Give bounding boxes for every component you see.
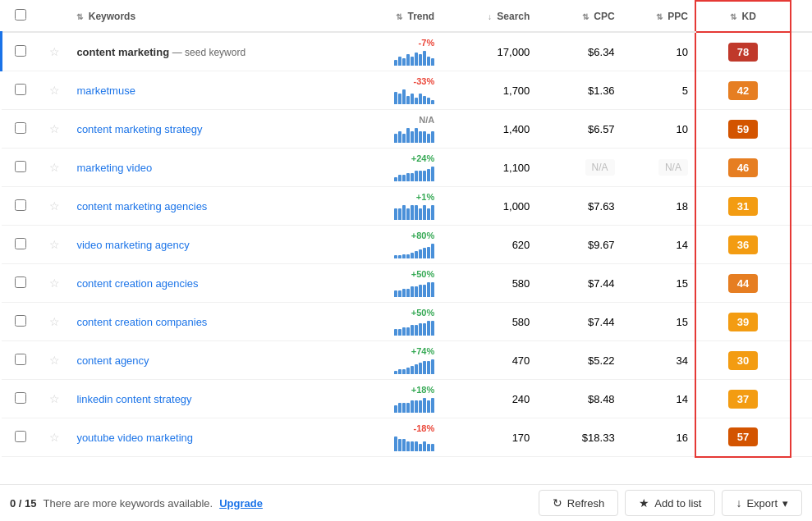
keywords-column-header[interactable]: ⇅ Keywords bbox=[70, 1, 303, 32]
keyword-name[interactable]: content marketing strategy bbox=[76, 123, 202, 135]
ppc-value: 16 bbox=[622, 418, 695, 457]
cpc-label: CPC bbox=[594, 11, 614, 22]
kd-cell: 78 bbox=[695, 32, 791, 71]
kd-badge: 78 bbox=[728, 43, 758, 62]
trend-column-header[interactable]: ⇅ Trend bbox=[303, 1, 441, 32]
upgrade-link[interactable]: Upgrade bbox=[219, 497, 263, 510]
add-to-list-label: Add to list bbox=[654, 497, 701, 510]
row-checkbox[interactable] bbox=[15, 122, 26, 134]
kd-badge: 30 bbox=[728, 351, 758, 370]
kd-badge: 59 bbox=[728, 120, 758, 139]
ppc-value: 34 bbox=[622, 341, 695, 380]
star-icon[interactable]: ☆ bbox=[49, 238, 60, 251]
kd-badge: 42 bbox=[728, 81, 758, 100]
keyword-name[interactable]: youtube video marketing bbox=[76, 432, 193, 444]
row-checkbox[interactable] bbox=[15, 431, 26, 442]
kd-cell: 44 bbox=[695, 264, 791, 303]
kd-cell: 31 bbox=[695, 187, 791, 226]
trend-pct: +24% bbox=[411, 153, 434, 163]
trend-pct: -33% bbox=[413, 76, 434, 86]
kd-badge: 44 bbox=[728, 274, 758, 293]
keyword-name[interactable]: marketing video bbox=[76, 162, 152, 174]
trend-sort-icon: ⇅ bbox=[396, 12, 402, 21]
kd-column-header[interactable]: ⇅ KD bbox=[695, 1, 791, 32]
keyword-table-container[interactable]: ⇅ Keywords ⇅ Trend ↓ Search ⇅ CPC ⇅ PP bbox=[0, 0, 812, 484]
select-all-header[interactable] bbox=[2, 1, 39, 32]
trend-pct: +1% bbox=[416, 192, 434, 202]
search-column-header[interactable]: ↓ Search bbox=[441, 1, 536, 32]
add-to-list-button[interactable]: ★ Add to list bbox=[625, 490, 715, 516]
star-icon[interactable]: ☆ bbox=[49, 122, 60, 135]
ppc-value: 5 bbox=[622, 71, 695, 110]
table-row: ☆content marketing strategyN/A1,400$6.57… bbox=[2, 110, 813, 149]
cpc-value: $8.48 bbox=[536, 380, 621, 418]
table-row: ☆content creation companies+50%580$7.441… bbox=[2, 303, 813, 341]
ppc-value: 15 bbox=[622, 303, 695, 341]
footer-bar: 0 / 15 There are more keywords available… bbox=[0, 484, 812, 521]
star-icon[interactable]: ☆ bbox=[49, 84, 60, 97]
star-icon[interactable]: ☆ bbox=[49, 276, 60, 290]
row-checkbox[interactable] bbox=[15, 45, 26, 57]
table-row: ☆content marketing — seed keyword-7%17,0… bbox=[2, 32, 813, 71]
cpc-value: N/A bbox=[536, 149, 621, 187]
row-checkbox[interactable] bbox=[15, 354, 26, 365]
keyword-name[interactable]: marketmuse bbox=[76, 85, 135, 97]
row-checkbox[interactable] bbox=[15, 199, 26, 211]
kd-badge: 31 bbox=[728, 197, 758, 216]
export-button[interactable]: ↓ Export ▾ bbox=[722, 490, 802, 516]
star-icon[interactable]: ☆ bbox=[49, 199, 60, 213]
cpc-column-header[interactable]: ⇅ CPC bbox=[536, 1, 621, 32]
cpc-value: $7.63 bbox=[536, 187, 621, 226]
star-icon[interactable]: ☆ bbox=[49, 161, 60, 174]
kd-cell: 36 bbox=[695, 226, 791, 264]
kd-badge: 57 bbox=[728, 427, 758, 446]
keyword-name[interactable]: content agency bbox=[76, 354, 149, 367]
row-checkbox[interactable] bbox=[15, 392, 26, 404]
star-icon[interactable]: ☆ bbox=[49, 431, 60, 444]
keyword-name[interactable]: content marketing bbox=[76, 46, 169, 58]
trend-pct: +18% bbox=[411, 385, 434, 395]
keyword-name[interactable]: content marketing agencies bbox=[76, 200, 207, 213]
trend-pct: +50% bbox=[411, 308, 434, 318]
cpc-value: $6.34 bbox=[536, 32, 621, 71]
export-chevron-icon: ▾ bbox=[782, 497, 788, 510]
trend-pct: -7% bbox=[419, 38, 435, 48]
footer-left: 0 / 15 There are more keywords available… bbox=[10, 497, 263, 510]
star-header bbox=[39, 1, 70, 32]
cpc-value: $6.57 bbox=[536, 110, 621, 149]
star-icon[interactable]: ☆ bbox=[49, 315, 60, 328]
row-checkbox[interactable] bbox=[15, 315, 26, 327]
keyword-name[interactable]: content creation agencies bbox=[76, 277, 198, 290]
table-row: ☆linkedin content strategy+18%240$8.4814… bbox=[2, 380, 813, 418]
star-icon[interactable]: ☆ bbox=[49, 45, 60, 58]
kd-sort-icon: ⇅ bbox=[730, 12, 736, 21]
star-icon[interactable]: ☆ bbox=[49, 392, 60, 405]
row-checkbox[interactable] bbox=[15, 276, 26, 288]
kd-badge: 37 bbox=[728, 390, 758, 409]
keyword-name[interactable]: linkedin content strategy bbox=[76, 393, 191, 405]
refresh-button[interactable]: ↻ Refresh bbox=[539, 490, 619, 516]
mini-chart bbox=[394, 358, 434, 374]
keyword-name[interactable]: content creation companies bbox=[76, 316, 207, 328]
select-all-checkbox[interactable] bbox=[15, 9, 26, 21]
table-row: ☆video marketing agency+80%620$9.671436 bbox=[2, 226, 813, 264]
table-row: ☆content agency+74%470$5.223430 bbox=[2, 341, 813, 380]
table-row: ☆youtube video marketing-18%170$18.33165… bbox=[2, 418, 813, 457]
keywords-label: Keywords bbox=[89, 11, 135, 22]
scroll-spacer bbox=[791, 1, 812, 32]
keyword-name[interactable]: video marketing agency bbox=[76, 239, 189, 251]
search-volume: 170 bbox=[441, 418, 536, 457]
na-value: N/A bbox=[585, 159, 615, 176]
row-checkbox[interactable] bbox=[15, 84, 26, 95]
search-label: Search bbox=[497, 11, 530, 22]
star-icon[interactable]: ☆ bbox=[49, 354, 60, 367]
table-row: ☆content creation agencies+50%580$7.4415… bbox=[2, 264, 813, 303]
kd-cell: 37 bbox=[695, 380, 791, 418]
cpc-value: $18.33 bbox=[536, 418, 621, 457]
cpc-value: $5.22 bbox=[536, 341, 621, 380]
ppc-value: 14 bbox=[622, 226, 695, 264]
mini-chart bbox=[394, 49, 434, 66]
row-checkbox[interactable] bbox=[15, 238, 26, 249]
row-checkbox[interactable] bbox=[15, 161, 26, 172]
ppc-column-header[interactable]: ⇅ PPC bbox=[622, 1, 695, 32]
